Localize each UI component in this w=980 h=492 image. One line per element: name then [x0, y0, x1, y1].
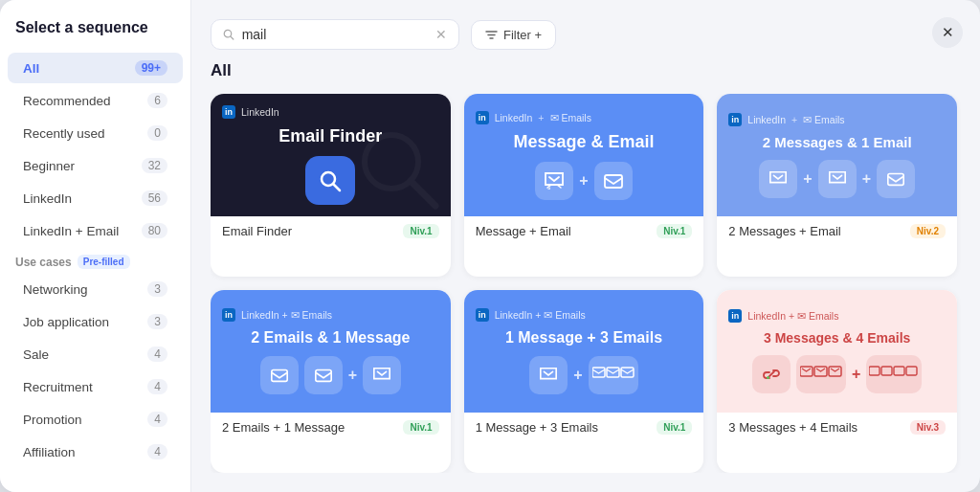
linkedin-icon: in	[222, 105, 235, 119]
level-badge: Niv.1	[403, 224, 438, 238]
card-3messages-4emails[interactable]: in LinkedIn + ✉ Emails 3 Messages & 4 Em…	[717, 290, 957, 473]
search-icon-box	[305, 156, 355, 205]
card-title: 1 Message + 3 Emails	[505, 329, 662, 347]
svg-line-8	[411, 181, 435, 206]
svg-rect-15	[607, 368, 619, 377]
svg-rect-10	[605, 175, 622, 188]
card-preview: in LinkedIn + ✉ Emails 1 Message + 3 Ema…	[464, 290, 704, 413]
msg-icon	[529, 356, 568, 394]
linkedin-icon: in	[728, 113, 742, 126]
message-icon-box	[535, 162, 573, 200]
email-icon-1	[260, 356, 299, 394]
card-preview: in LinkedIn + ✉ Emails Message & Email	[464, 94, 704, 216]
level-badge: Niv.1	[657, 224, 692, 238]
card-name-label: Message + Email	[476, 224, 571, 238]
svg-line-1	[231, 36, 234, 39]
sidebar-item-recently-used[interactable]: Recently used 0	[8, 118, 183, 148]
card-icons: +	[260, 356, 401, 394]
section-heading: All	[211, 61, 961, 80]
card-preview: in LinkedIn + ✉ Emails 2 Emails & 1 Mess…	[211, 290, 451, 413]
sidebar-item-job-application[interactable]: Job application 3	[8, 306, 183, 337]
multi-email-icon	[589, 356, 638, 394]
svg-point-17	[767, 376, 769, 379]
svg-rect-14	[592, 368, 605, 377]
svg-rect-22	[881, 367, 892, 375]
sidebar-item-affiliation[interactable]: Affiliation 4	[8, 436, 183, 467]
card-title: 3 Messages & 4 Emails	[764, 330, 910, 346]
card-2emails-1message[interactable]: in LinkedIn + ✉ Emails 2 Emails & 1 Mess…	[211, 290, 451, 473]
close-button[interactable]: ✕	[932, 17, 963, 48]
main-content: ✕ Filter + All in LinkedIn	[191, 0, 980, 492]
svg-rect-21	[869, 367, 880, 375]
card-title: 2 Messages & 1 Email	[763, 134, 912, 150]
sidebar-item-recruitment[interactable]: Recruitment 4	[8, 371, 183, 402]
linkedin-icon: in	[222, 308, 235, 322]
cards-grid: in LinkedIn Email Finder	[211, 94, 961, 473]
use-cases-section: Use cases Pre-filled	[0, 247, 190, 273]
card-1message-3emails[interactable]: in LinkedIn + ✉ Emails 1 Message + 3 Ema…	[464, 290, 704, 473]
card-name-label: Email Finder	[222, 224, 292, 238]
filter-icon	[485, 29, 498, 41]
card-footer: 3 Messages + 4 Emails Niv.3	[717, 413, 957, 442]
card-meta: in LinkedIn + ✉ Emails	[476, 308, 586, 322]
search-icon	[223, 28, 234, 41]
sidebar-title: Select a sequence	[0, 19, 190, 52]
sidebar-item-sale[interactable]: Sale 4	[8, 339, 183, 369]
sidebar-item-linkedin[interactable]: LinkedIn 56	[8, 183, 183, 213]
card-icons: +	[752, 355, 922, 393]
email-icon-box	[877, 160, 915, 198]
level-badge: Niv.3	[910, 420, 946, 435]
filter-button[interactable]: Filter +	[471, 20, 556, 50]
card-icons: +	[529, 356, 637, 394]
sidebar-item-recommended[interactable]: Recommended 6	[8, 85, 183, 116]
level-badge: Niv.2	[910, 224, 946, 238]
card-preview: in LinkedIn Email Finder	[211, 94, 451, 216]
card-meta: in LinkedIn + ✉ Emails	[728, 113, 844, 126]
card-name-label: 3 Messages + 4 Emails	[728, 420, 858, 435]
sidebar: Select a sequence All 99+ Recommended 6 …	[0, 0, 191, 492]
card-meta: in LinkedIn + ✉ Emails	[728, 309, 838, 323]
link-icon-box	[752, 355, 791, 393]
card-name-label: 2 Messages + Email	[728, 224, 840, 238]
svg-rect-24	[906, 367, 917, 375]
bg-search-icon	[355, 125, 441, 226]
search-container: ✕	[211, 19, 459, 50]
email-icon-2	[304, 356, 343, 394]
svg-rect-16	[621, 368, 634, 377]
card-title: Message & Email	[513, 132, 654, 152]
card-footer: 2 Emails + 1 Message Niv.1	[211, 413, 451, 442]
search-clear-button[interactable]: ✕	[435, 28, 447, 41]
sidebar-item-networking[interactable]: Networking 3	[8, 274, 183, 304]
linkedin-icon: in	[476, 111, 489, 124]
card-name-label: 1 Message + 3 Emails	[476, 420, 598, 435]
card-preview: in LinkedIn + ✉ Emails 3 Messages & 4 Em…	[717, 290, 957, 413]
msg-icon-2	[818, 160, 857, 198]
card-title: 2 Emails & 1 Message	[251, 329, 410, 347]
multi-msg-icon	[796, 355, 846, 393]
card-meta: in LinkedIn + ✉ Emails	[222, 308, 332, 322]
sidebar-item-beginner[interactable]: Beginner 32	[8, 150, 183, 181]
sidebar-item-linkedin-email[interactable]: LinkedIn + Email 80	[8, 215, 183, 246]
card-email-finder[interactable]: in LinkedIn Email Finder	[211, 94, 451, 277]
card-icons: + +	[759, 160, 915, 198]
search-input[interactable]	[242, 27, 428, 42]
linkedin-icon: in	[728, 309, 742, 323]
select-sequence-modal: ✕ Select a sequence All 99+ Recommended …	[0, 0, 980, 492]
card-name-label: 2 Emails + 1 Message	[222, 420, 345, 435]
svg-rect-23	[894, 367, 904, 375]
linkedin-icon: in	[476, 308, 489, 322]
svg-line-6	[333, 184, 340, 190]
svg-rect-13	[315, 370, 330, 382]
sidebar-item-promotion[interactable]: Promotion 4	[8, 404, 183, 435]
card-2messages-1email[interactable]: in LinkedIn + ✉ Emails 2 Messages & 1 Em…	[717, 94, 957, 277]
card-meta: in LinkedIn	[222, 105, 279, 119]
card-message-email[interactable]: in LinkedIn + ✉ Emails Message & Email	[464, 94, 704, 277]
card-meta: in LinkedIn + ✉ Emails	[476, 111, 591, 124]
card-icons: +	[535, 162, 632, 200]
sidebar-item-all[interactable]: All 99+	[8, 53, 183, 83]
msg-icon	[363, 356, 401, 394]
email-icon-box	[594, 162, 633, 200]
multi-email-icon	[866, 355, 922, 393]
card-preview: in LinkedIn + ✉ Emails 2 Messages & 1 Em…	[717, 94, 957, 216]
svg-rect-12	[271, 370, 286, 382]
